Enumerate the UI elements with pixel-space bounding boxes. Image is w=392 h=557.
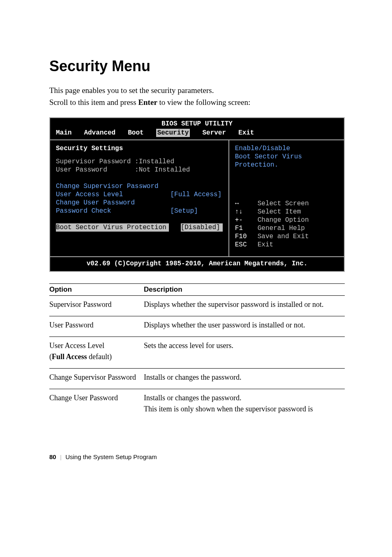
bios-footer: v02.69 (C)Copyright 1985-2010, American … [50, 256, 344, 271]
key-help-list: ↔Select Screen ↑↓Select Item +-Change Op… [235, 200, 338, 249]
desc-user-access-level: Sets the access level for users. [144, 337, 345, 369]
opt-user-access-level: User Access Level (Full Access default) [49, 337, 144, 369]
key-arrows-ud-desc: Select Item [258, 208, 301, 216]
item-boot-sector-virus[interactable]: Boot Sector Virus Protection [56, 223, 169, 232]
supervisor-password-label: Supervisor Password : [56, 158, 139, 165]
opt-change-user-password: Change User Password [49, 389, 144, 421]
opt-ual-line1: User Access Level [49, 341, 104, 350]
tab-main[interactable]: Main [56, 129, 71, 137]
user-password-label: User Password : [56, 166, 139, 174]
desc-user-password: Displays whether the user password is in… [144, 316, 345, 337]
desc-change-supervisor-password: Installs or changes the password. [144, 369, 345, 389]
key-esc-desc: Exit [258, 241, 273, 249]
item-password-check[interactable]: Password Check [56, 207, 111, 215]
page-footer: 80 | Using the System Setup Program [49, 453, 345, 461]
th-option: Option [49, 284, 144, 296]
desc-change-user-password: Installs or changes the password. This i… [144, 389, 345, 421]
tab-advanced[interactable]: Advanced [84, 129, 115, 137]
key-f10: F10 [235, 232, 258, 241]
key-esc: ESC [235, 241, 258, 249]
table-row: Supervisor Password Displays whether the… [49, 296, 345, 316]
supervisor-password-value: Installed [139, 158, 174, 165]
key-plusminus-desc: Change Option [258, 216, 309, 224]
item-change-supervisor-password[interactable]: Change Supervisor Password [56, 182, 223, 190]
intro-line1: This page enables you to set the securit… [49, 86, 214, 95]
key-f1: F1 [235, 224, 258, 232]
bios-left-pane: Security Settings Supervisor Password :I… [50, 140, 229, 256]
spacer [123, 191, 170, 198]
tab-server[interactable]: Server [202, 129, 226, 137]
help-text-line1: Enable/Disable [235, 144, 338, 153]
opt-supervisor-password: Supervisor Password [49, 296, 144, 316]
key-arrows-lr: ↔ [235, 200, 258, 208]
key-arrows-ud: ↑↓ [235, 208, 258, 216]
footer-section: Using the System Setup Program [65, 453, 157, 460]
opt-ual-bold: Full Access [52, 353, 87, 361]
item-user-access-level[interactable]: User Access Level [56, 191, 123, 198]
key-f10-desc: Save and Exit [258, 232, 309, 241]
desc-supervisor-password: Displays whether the supervisor password… [144, 296, 345, 316]
bios-title: BIOS SETUP UTILITY [50, 118, 344, 128]
intro-text: This page enables you to set the securit… [49, 85, 345, 108]
key-f1-desc: General Help [258, 224, 305, 232]
tab-boot[interactable]: Boot [128, 129, 143, 137]
table-row: Change Supervisor Password Installs or c… [49, 369, 345, 389]
item-password-check-value[interactable]: [Setup] [170, 207, 198, 215]
bios-screenshot: BIOS SETUP UTILITY Main Advanced Boot Se… [49, 117, 345, 272]
table-row: User Access Level (Full Access default) … [49, 337, 345, 369]
tab-security[interactable]: Security [156, 129, 190, 137]
key-arrows-lr-desc: Select Screen [258, 200, 309, 208]
intro-line2a: Scroll to this item and press [49, 98, 138, 107]
key-plusminus: +- [235, 216, 258, 224]
user-password-value: Not Installed [139, 166, 190, 174]
spacer [169, 224, 181, 231]
bios-tabs: Main Advanced Boot Security Server Exit [50, 128, 344, 139]
item-user-access-level-value[interactable]: [Full Access] [170, 191, 221, 198]
options-table: Option Description Supervisor Password D… [49, 283, 345, 420]
page-number: 80 [49, 453, 56, 460]
table-row: User Password Displays whether the user … [49, 316, 345, 337]
security-settings-heading: Security Settings [56, 144, 223, 153]
table-row: Change User Password Installs or changes… [49, 389, 345, 421]
tab-exit[interactable]: Exit [238, 129, 254, 137]
help-text-line3: Protection. [235, 161, 338, 169]
opt-ual-post: default) [87, 353, 112, 361]
intro-line2c: to view the following screen: [157, 98, 250, 107]
page-title: Security Menu [49, 58, 345, 75]
opt-user-password: User Password [49, 316, 144, 337]
item-boot-sector-virus-value[interactable]: [Disabled] [181, 223, 223, 232]
bios-right-pane: Enable/Disable Boot Sector Virus Protect… [229, 140, 344, 256]
spacer [111, 207, 170, 215]
th-description: Description [144, 284, 345, 296]
item-change-user-password[interactable]: Change User Password [56, 199, 223, 207]
intro-enter: Enter [138, 98, 157, 107]
help-text-line2: Boot Sector Virus [235, 153, 338, 161]
footer-separator: | [60, 454, 61, 460]
opt-change-supervisor-password: Change Supervisor Password [49, 369, 144, 389]
